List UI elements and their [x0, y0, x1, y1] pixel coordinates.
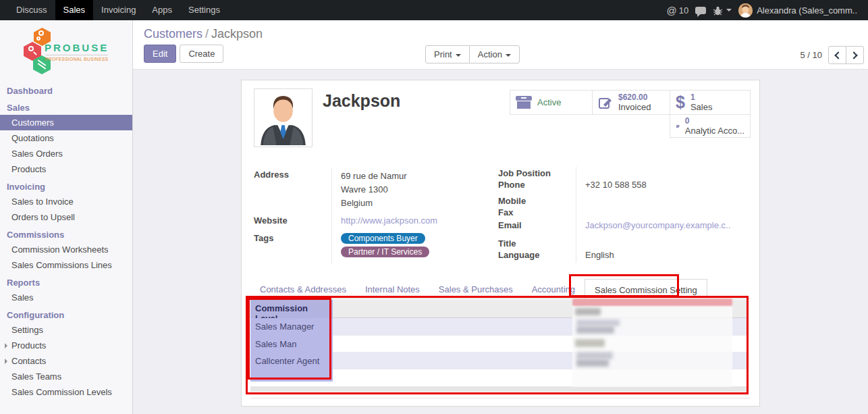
job-position-value	[576, 167, 749, 178]
user-menu[interactable]: Alexandra (Sales_comm..	[738, 3, 857, 18]
sidebar-heading-configuration[interactable]: Configuration	[0, 305, 132, 322]
sheet-divider	[250, 398, 751, 398]
sidebar-item-sales-to-invoice[interactable]: Sales to Invoice	[0, 194, 132, 209]
brand-tagline: PROFESSIONAL BUSINESS	[45, 55, 108, 61]
expand-caret-icon	[5, 359, 7, 364]
pager: 5 / 10	[800, 46, 864, 64]
sidebar-heading-reports[interactable]: Reports	[0, 273, 132, 290]
archive-icon	[516, 96, 532, 109]
commission-row[interactable]: Callcenter Agent	[250, 353, 748, 369]
analytic-label: Analytic Acco...	[685, 126, 744, 136]
tab-contacts-addresses[interactable]: Contacts & Addresses	[250, 279, 356, 299]
chevron-down-icon	[506, 54, 511, 57]
edit-invoice-icon	[598, 95, 613, 110]
tag-partner-it-services: Partner / IT Services	[341, 247, 429, 257]
commission-row[interactable]: Sales Manager	[250, 318, 748, 336]
sidebar-item-label: Contacts	[11, 356, 46, 366]
sidebar-item-products[interactable]: Products	[0, 161, 132, 177]
at-icon: @	[666, 5, 676, 16]
language-label: Language	[498, 249, 576, 263]
phone-label: Phone	[498, 178, 576, 195]
create-button[interactable]: Create	[180, 45, 223, 63]
commission-row-empty	[250, 369, 748, 382]
fields-left-column: Address 69 rue de Namur Wavre 1300 Belgi…	[254, 168, 491, 264]
menu-apps[interactable]: Apps	[144, 0, 180, 20]
chevron-down-icon	[456, 54, 461, 57]
list-footer	[250, 386, 748, 392]
mentions-counter[interactable]: @ 10	[666, 5, 688, 16]
edit-button[interactable]: Edit	[144, 45, 176, 63]
sidebar-item-sales-teams[interactable]: Sales Teams	[0, 369, 132, 384]
record-title: Jackpson	[323, 91, 400, 111]
redacted-cell	[333, 353, 748, 369]
title-value	[576, 237, 749, 249]
invoiced-stat-button[interactable]: $620.00 Invoiced	[592, 90, 670, 115]
control-panel: Customers/Jackpson Edit Create Print Act…	[133, 20, 868, 70]
sidebar-heading-commissions[interactable]: Commissions	[0, 225, 132, 242]
top-navbar: Discuss Sales Invoicing Apps Settings @ …	[0, 0, 868, 20]
sidebar-nav: Dashboard Sales Customers Quotations Sal…	[0, 81, 132, 400]
tab-sales-commission-setting[interactable]: Sales Commission Setting	[585, 279, 707, 299]
brand-name: PROBUSE	[45, 42, 109, 53]
invoiced-value: $620.00	[618, 93, 651, 102]
redacted-cell	[333, 318, 748, 336]
sidebar-item-quotations[interactable]: Quotations	[0, 130, 132, 146]
sidebar-item-config-contacts[interactable]: Contacts	[0, 353, 132, 369]
debug-menu[interactable]	[713, 5, 732, 16]
menu-settings[interactable]: Settings	[180, 0, 228, 20]
sidebar-item-config-products[interactable]: Products	[0, 338, 132, 353]
app-logo[interactable]: PROBUSE PROFESSIONAL BUSINESS	[0, 20, 132, 81]
commission-table-header[interactable]: Commission Level	[250, 300, 748, 318]
tab-sales-purchases[interactable]: Sales & Purchases	[429, 279, 522, 299]
pager-previous-button[interactable]	[828, 46, 846, 64]
commission-level-cell: Sales Manager	[250, 318, 333, 336]
sidebar-item-sales-commissions-lines[interactable]: Sales Commissions Lines	[0, 257, 132, 273]
tab-accounting[interactable]: Accounting	[522, 279, 585, 299]
commission-row[interactable]: Sales Man	[250, 336, 748, 353]
address-line2: Wavre 1300	[341, 183, 491, 197]
address-line1: 69 rue de Namur	[341, 170, 491, 183]
sidebar-item-sales-commission-levels[interactable]: Sales Commission Levels	[0, 384, 132, 400]
website-label: Website	[254, 214, 331, 232]
breadcrumb-current: Jackpson	[211, 27, 263, 41]
address-line3: Belgium	[341, 197, 491, 210]
breadcrumb-separator: /	[202, 27, 211, 41]
chevron-left-icon	[834, 51, 842, 59]
analytic-value: 0	[685, 117, 744, 126]
user-name: Alexandra (Sales_comm..	[757, 5, 857, 16]
action-dropdown[interactable]: Action	[469, 45, 520, 63]
fax-value	[576, 206, 749, 219]
print-label: Print	[434, 49, 452, 59]
chevron-right-icon	[850, 51, 857, 59]
sales-count-label: Sales	[690, 102, 713, 112]
messages-button[interactable]	[695, 7, 706, 14]
menu-invoicing[interactable]: Invoicing	[93, 0, 144, 20]
dollar-icon: $	[676, 93, 685, 112]
redacted-cell	[333, 336, 748, 353]
chevron-down-icon	[726, 9, 732, 11]
sidebar-heading-dashboard[interactable]: Dashboard	[0, 81, 132, 98]
email-link[interactable]: Jackpson@yourcompany.example.c..	[585, 220, 730, 230]
sidebar-item-customers[interactable]: Customers	[0, 115, 132, 130]
active-label: Active	[537, 97, 561, 107]
menu-sales[interactable]: Sales	[55, 0, 94, 20]
sidebar-item-settings[interactable]: Settings	[0, 322, 132, 338]
menu-discuss[interactable]: Discuss	[8, 0, 55, 20]
sidebar-item-commission-worksheets[interactable]: Commission Worksheets	[0, 242, 132, 257]
sidebar-heading-invoicing[interactable]: Invoicing	[0, 177, 132, 194]
sidebar-item-reports-sales[interactable]: Sales	[0, 290, 132, 305]
breadcrumb-customers[interactable]: Customers	[144, 27, 202, 41]
page: Discuss Sales Invoicing Apps Settings @ …	[0, 0, 868, 414]
website-link[interactable]: http://www.jackpson.com	[341, 215, 437, 226]
phone-value: +32 10 588 558	[576, 178, 749, 195]
print-dropdown[interactable]: Print	[425, 45, 470, 63]
tab-internal-notes[interactable]: Internal Notes	[356, 279, 429, 299]
sales-stat-button[interactable]: $ 1 Sales	[670, 90, 751, 115]
pager-next-button[interactable]	[846, 46, 864, 64]
sidebar-item-orders-to-upsell[interactable]: Orders to Upsell	[0, 209, 132, 225]
analytic-accounts-stat-button[interactable]: 0 Analytic Acco...	[670, 114, 751, 138]
commission-level-header: Commission Level	[250, 300, 333, 318]
active-stat-button[interactable]: Active	[510, 90, 593, 115]
sidebar-heading-sales[interactable]: Sales	[0, 98, 132, 115]
sidebar-item-sales-orders[interactable]: Sales Orders	[0, 146, 132, 161]
